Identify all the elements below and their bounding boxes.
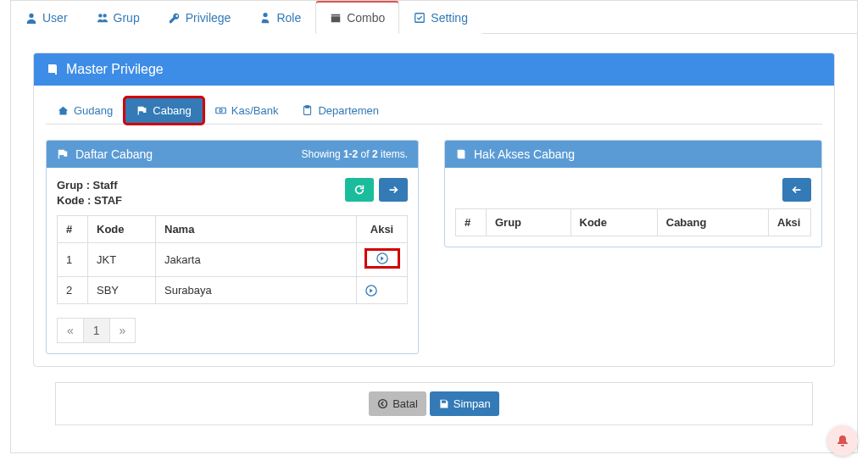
hak-akses-card: Hak Akses Cabang # [444, 140, 822, 247]
col-aksi: Aksi [357, 216, 408, 243]
subtab-gudang[interactable]: Gudang [46, 97, 125, 124]
back-icon [377, 398, 388, 409]
svg-point-3 [264, 13, 268, 17]
book-icon [46, 63, 59, 76]
pager-prev[interactable]: « [57, 318, 83, 343]
subtab-cabang-label: Cabang [153, 104, 192, 117]
book-icon [455, 148, 467, 160]
svg-point-11 [379, 400, 387, 408]
top-tabs: User Grup Privilege Role Combo Setting [11, 1, 857, 34]
subtab-gudang-label: Gudang [74, 104, 113, 117]
refresh-button[interactable] [345, 178, 374, 202]
row-action-add[interactable] [365, 285, 398, 297]
col-aksi: Aksi [769, 209, 811, 236]
sub-tabs: Gudang Cabang Kas/Bank Departemen [46, 97, 822, 125]
showing-text: Showing 1-2 of 2 items. [302, 148, 408, 160]
cabang-table: # Kode Nama Aksi 1 JKT Jakarta [57, 215, 408, 304]
simpan-button[interactable]: Simpan [430, 391, 499, 416]
cash-icon [215, 105, 226, 116]
daftar-cabang-title: Daftar Cabang [75, 147, 153, 161]
pagination: « 1 » [57, 318, 408, 343]
footer-bar: Batal Simpan [55, 382, 813, 425]
subtab-departemen-label: Departemen [318, 104, 379, 117]
bell-icon [836, 434, 849, 447]
subtab-kasbank-label: Kas/Bank [231, 104, 279, 117]
tab-role[interactable]: Role [245, 1, 315, 34]
tab-grup[interactable]: Grup [82, 1, 154, 34]
svg-point-2 [103, 14, 106, 17]
tab-combo[interactable]: Combo [315, 1, 399, 34]
tab-grup-label: Grup [114, 11, 140, 25]
akses-table: # Grup Kode Cabang Aksi [455, 208, 811, 236]
col-nama: Nama [156, 216, 357, 243]
tab-combo-label: Combo [347, 11, 385, 25]
add-all-button[interactable] [379, 178, 408, 202]
col-no: # [58, 216, 88, 243]
table-row: 2 SBY Surabaya [58, 277, 408, 304]
col-kode: Kode [88, 216, 156, 243]
tab-privilege[interactable]: Privilege [154, 1, 246, 34]
svg-point-6 [220, 109, 222, 112]
subtab-kasbank[interactable]: Kas/Bank [203, 97, 291, 124]
tab-user[interactable]: User [11, 1, 82, 34]
svg-rect-5 [216, 108, 225, 114]
hak-akses-title: Hak Akses Cabang [474, 147, 575, 161]
arrow-right-circle-icon [365, 285, 377, 297]
flag-icon [136, 105, 147, 116]
clipboard-icon [302, 105, 313, 116]
subtab-cabang[interactable]: Cabang [125, 97, 203, 124]
arrow-left-icon [791, 184, 803, 196]
col-cabang: Cabang [657, 209, 768, 236]
notification-badge[interactable] [827, 425, 858, 456]
arrow-right-icon [387, 184, 399, 196]
home-icon [58, 105, 69, 116]
table-row: 1 JKT Jakarta [58, 243, 408, 277]
save-icon [438, 398, 449, 409]
daftar-cabang-card: Daftar Cabang Showing 1-2 of 2 items. Gr… [46, 140, 419, 354]
svg-point-0 [29, 14, 33, 18]
tab-user-label: User [42, 11, 68, 25]
tab-setting-label: Setting [431, 11, 468, 25]
flag-icon [57, 148, 69, 160]
grup-kode-info: Grup : Staff Kode : STAF [57, 178, 122, 208]
refresh-icon [353, 184, 365, 196]
remove-all-button[interactable] [782, 178, 811, 202]
row-action-add[interactable] [366, 250, 398, 267]
panel-title: Master Privilege [66, 62, 164, 77]
tab-privilege-label: Privilege [186, 11, 231, 25]
pager-page-1[interactable]: 1 [83, 318, 109, 343]
batal-button[interactable]: Batal [369, 391, 426, 416]
svg-point-1 [98, 14, 102, 17]
pager-next[interactable]: » [109, 318, 136, 343]
col-no: # [456, 209, 487, 236]
tab-role-label: Role [276, 11, 301, 25]
master-privilege-panel: Master Privilege Gudang Cabang Kas/Bank [33, 53, 835, 367]
tab-setting[interactable]: Setting [399, 1, 482, 34]
panel-header: Master Privilege [34, 53, 834, 86]
col-kode: Kode [570, 209, 657, 236]
arrow-right-circle-icon [376, 252, 388, 264]
col-grup: Grup [487, 209, 571, 236]
svg-rect-8 [306, 106, 310, 108]
subtab-departemen[interactable]: Departemen [290, 97, 391, 124]
